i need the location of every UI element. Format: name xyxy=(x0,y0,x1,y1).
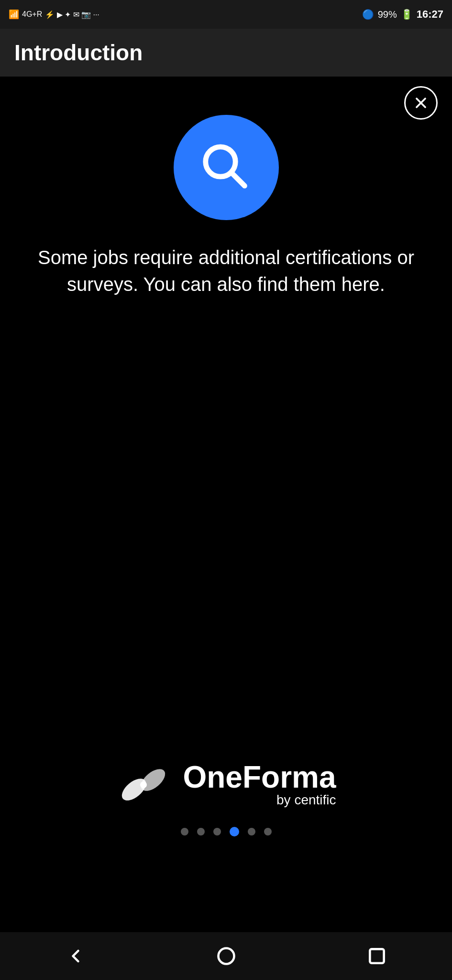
signal-icon: 📶 xyxy=(9,9,19,20)
svg-rect-8 xyxy=(370,949,384,963)
bluetooth-icon: 🔵 xyxy=(362,9,374,20)
top-bar: Introduction xyxy=(0,29,452,77)
home-button[interactable] xyxy=(207,937,245,975)
battery-icon: 🔋 xyxy=(401,9,413,20)
svg-line-3 xyxy=(231,173,244,186)
dots-indicator xyxy=(181,827,272,836)
back-button[interactable] xyxy=(56,937,95,975)
dot-1[interactable] xyxy=(181,828,188,835)
network-type: 4G+R xyxy=(22,10,42,19)
nav-bar xyxy=(0,932,452,980)
status-bar-left: 📶 4G+R ⚡ ▶ ✦ ✉ 📷 ··· xyxy=(9,9,99,20)
search-icon xyxy=(198,139,255,196)
svg-point-7 xyxy=(218,948,234,964)
logo-text-area: OneForma by centific xyxy=(183,762,336,808)
dot-6[interactable] xyxy=(264,828,272,835)
status-bar: 📶 4G+R ⚡ ▶ ✦ ✉ 📷 ··· 🔵 99% 🔋 16:27 xyxy=(0,0,452,29)
search-icon-circle xyxy=(174,115,279,220)
logo-area: OneForma by centific xyxy=(116,762,336,808)
description-text: Some jobs require additional certificati… xyxy=(14,244,438,298)
dot-4-active[interactable] xyxy=(230,827,239,836)
clock: 16:27 xyxy=(417,8,443,21)
main-content: Some jobs require additional certificati… xyxy=(0,77,452,932)
close-button[interactable] xyxy=(404,86,438,120)
svg-point-6 xyxy=(140,781,147,788)
logo-subtitle: by centific xyxy=(183,792,336,808)
extra-icons: ⚡ ▶ ✦ ✉ 📷 ··· xyxy=(45,10,99,19)
logo-name: OneForma xyxy=(183,762,336,792)
oneforma-logo-icon xyxy=(116,763,173,806)
dot-3[interactable] xyxy=(213,828,221,835)
dot-5[interactable] xyxy=(248,828,255,835)
dot-2[interactable] xyxy=(197,828,205,835)
battery-level: 99% xyxy=(378,9,397,20)
recent-apps-button[interactable] xyxy=(358,937,396,975)
page-title: Introduction xyxy=(14,40,143,66)
bottom-section: OneForma by centific xyxy=(0,762,452,836)
status-bar-right: 🔵 99% 🔋 16:27 xyxy=(362,8,443,21)
